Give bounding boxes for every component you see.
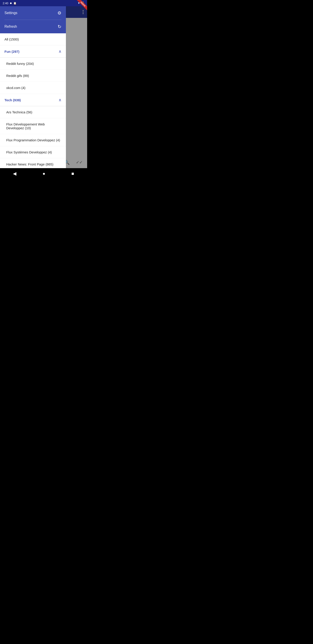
reddit-gifs-item[interactable]: Reddit gifs (89)	[0, 70, 66, 82]
navigation-bar: ◀ ● ■	[0, 168, 87, 179]
reddit-funny-label: Reddit funny (204)	[6, 62, 34, 66]
hacker-news-item[interactable]: Hacker News: Front Page (865)	[0, 158, 66, 168]
drawer-header: Settings ⚙ Refresh ↻	[0, 6, 66, 33]
recents-button[interactable]: ■	[67, 169, 78, 178]
home-button[interactable]: ●	[38, 169, 50, 178]
flux-dev-web-item[interactable]: Flux Développement Web Developpez (10)	[0, 118, 66, 134]
hacker-news-label: Hacker News: Front Page (865)	[6, 162, 53, 166]
reddit-gifs-label: Reddit gifs (89)	[6, 74, 29, 78]
xkcd-label: xkcd.com (4)	[6, 86, 25, 90]
tech-chevron-up-icon: ∧	[58, 98, 61, 102]
ars-technica-item[interactable]: Ars Technica (56)	[0, 106, 66, 118]
flux-systemes-item[interactable]: Flux Systèmes Developpez (4)	[0, 146, 66, 158]
refresh-label: Refresh	[4, 24, 17, 28]
fun-category-label: Fun (297)	[4, 50, 19, 54]
drawer-scrim[interactable]	[66, 6, 87, 168]
flux-programmation-item[interactable]: Flux Programmation Developpez (4)	[0, 134, 66, 146]
back-button[interactable]: ◀	[8, 169, 21, 178]
podcast-icon: ⏺	[9, 2, 12, 4]
all-items-label: All (1500)	[4, 37, 19, 41]
status-time: 2:40	[3, 2, 8, 5]
sim-icon: 📋	[13, 2, 16, 5]
tech-category-label: Tech (939)	[4, 98, 21, 102]
gear-icon: ⚙	[57, 10, 61, 16]
settings-item[interactable]: Settings ⚙	[0, 6, 66, 20]
settings-label: Settings	[4, 11, 17, 15]
flux-systemes-label: Flux Systèmes Developpez (4)	[6, 150, 52, 154]
flux-dev-web-label: Flux Développement Web Developpez (10)	[6, 122, 61, 130]
debug-banner	[75, 0, 87, 12]
refresh-icon: ↻	[58, 24, 61, 29]
xkcd-item[interactable]: xkcd.com (4)	[0, 82, 66, 94]
fun-category-header[interactable]: Fun (297) ∧	[0, 46, 66, 58]
refresh-item[interactable]: Refresh ↻	[0, 20, 66, 33]
reddit-funny-item[interactable]: Reddit funny (204)	[0, 58, 66, 70]
fun-chevron-up-icon: ∧	[58, 49, 61, 54]
status-bar: 2:40 ⏺ 📋 ▼ 🔋	[0, 0, 87, 6]
tech-category-header[interactable]: Tech (939) ∧	[0, 94, 66, 106]
navigation-drawer: Settings ⚙ Refresh ↻ All (1500) Fun (297…	[0, 6, 66, 168]
status-bar-left: 2:40 ⏺ 📋	[3, 2, 16, 5]
ars-technica-label: Ars Technica (56)	[6, 110, 32, 114]
flux-programmation-label: Flux Programmation Developpez (4)	[6, 138, 60, 142]
all-items-item[interactable]: All (1500)	[0, 33, 66, 46]
